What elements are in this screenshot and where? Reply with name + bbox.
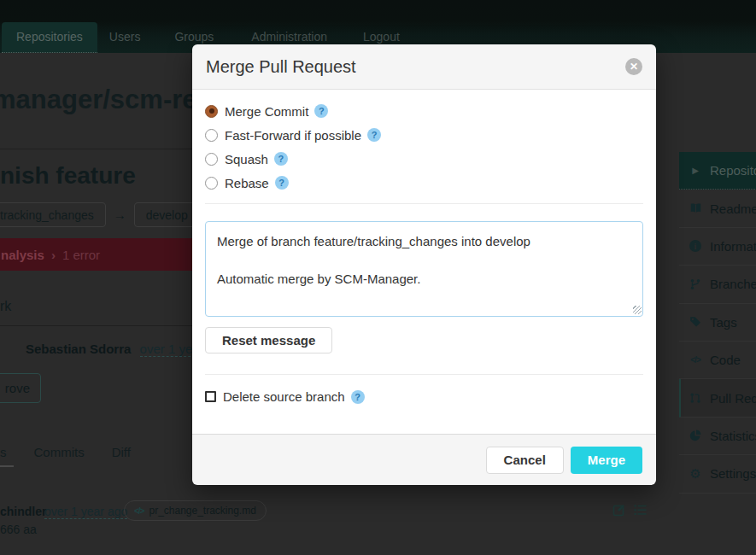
help-icon[interactable]: ? bbox=[367, 128, 381, 142]
radio-icon[interactable] bbox=[205, 177, 218, 190]
pull-request-icon bbox=[689, 392, 702, 404]
sidebar-item-label: Readme bbox=[710, 202, 756, 216]
repository-sidebar: ▶ Repositories Readme i Information Bran… bbox=[679, 152, 756, 494]
commit-timestamp: over 1 year ago bbox=[44, 505, 127, 519]
divider bbox=[205, 203, 643, 204]
radio-selected-icon[interactable] bbox=[205, 105, 218, 118]
sidebar-item-pull-requests[interactable]: Pull Requests bbox=[679, 379, 756, 417]
divider bbox=[0, 149, 192, 149]
branch-row: tracking_changes → develop bbox=[0, 202, 200, 227]
cancel-button[interactable]: Cancel bbox=[486, 447, 564, 474]
commit-author: chindler bbox=[0, 505, 46, 518]
radio-icon[interactable] bbox=[205, 153, 218, 166]
radio-option-squash[interactable]: Squash ? bbox=[205, 149, 643, 168]
sidebar-item-information[interactable]: i Information bbox=[679, 228, 756, 266]
resize-grip[interactable] bbox=[633, 306, 642, 314]
divider bbox=[205, 374, 643, 375]
sidebar-item-label: Information bbox=[710, 239, 756, 254]
sidebar-item-settings[interactable]: ⚙ Settings bbox=[679, 455, 756, 493]
pr-detail-tabs: s Commits Diff bbox=[0, 445, 158, 459]
pie-chart-icon bbox=[689, 429, 702, 441]
list-icon[interactable] bbox=[634, 504, 648, 517]
reviewer-name: Sebastian Sdorra bbox=[26, 342, 131, 356]
reset-message-button[interactable]: Reset message bbox=[205, 327, 332, 353]
radio-icon[interactable] bbox=[205, 129, 218, 142]
help-icon[interactable]: ? bbox=[314, 104, 328, 118]
divider bbox=[0, 325, 192, 326]
modal-body: Merge Commit ? Fast-Forward if possible … bbox=[192, 90, 656, 434]
commit-file-name: pr_change_tracking.md bbox=[149, 505, 255, 517]
target-branch-tag: develop bbox=[134, 202, 200, 227]
merge-pull-request-modal: Merge Pull Request ✕ Merge Commit ? Fast… bbox=[192, 44, 656, 485]
merge-button[interactable]: Merge bbox=[571, 447, 642, 474]
tab-commits[interactable]: Commits bbox=[34, 445, 85, 459]
edit-pencil-icon[interactable] bbox=[612, 503, 626, 517]
radio-label: Merge Commit bbox=[225, 104, 308, 119]
nav-tab-repositories[interactable]: Repositories bbox=[2, 22, 97, 53]
analysis-label: nalysis bbox=[1, 248, 44, 262]
code-icon: </> bbox=[134, 506, 144, 516]
close-icon[interactable]: ✕ bbox=[625, 58, 642, 75]
tab-diff[interactable]: Diff bbox=[112, 445, 131, 459]
book-icon bbox=[689, 202, 702, 214]
sidebar-item-label: Statistics bbox=[710, 429, 756, 443]
radio-option-merge-commit[interactable]: Merge Commit ? bbox=[205, 102, 643, 120]
chevron-right-icon: › bbox=[51, 248, 56, 262]
sidebar-item-repositories[interactable]: ▶ Repositories bbox=[679, 152, 756, 190]
active-tab-underline bbox=[0, 465, 14, 467]
sidebar-item-label: Tags bbox=[710, 315, 737, 330]
radio-label: Rebase bbox=[225, 176, 269, 190]
commit-file-tag[interactable]: </> pr_change_tracking.md bbox=[124, 500, 267, 521]
sidebar-item-label: Branches bbox=[710, 277, 756, 291]
branch-arrow-icon: → bbox=[114, 207, 126, 222]
radio-label: Fast-Forward if possible bbox=[225, 128, 361, 143]
approve-button[interactable]: rove bbox=[0, 373, 41, 403]
sidebar-item-code[interactable]: </> Code bbox=[679, 342, 756, 379]
analysis-error-bar[interactable]: nalysis › 1 error bbox=[0, 238, 192, 271]
source-branch-tag: tracking_changes bbox=[0, 202, 106, 227]
sidebar-item-readme[interactable]: Readme bbox=[679, 190, 756, 227]
gear-icon: ⚙ bbox=[689, 467, 702, 480]
analysis-error-count: 1 error bbox=[62, 248, 100, 262]
radio-label: Squash bbox=[225, 152, 268, 166]
screen: Repositories Users Groups Administration… bbox=[0, 0, 756, 555]
sidebar-item-branches[interactable]: Branches bbox=[679, 266, 756, 303]
tag-icon bbox=[689, 316, 702, 328]
help-icon[interactable]: ? bbox=[351, 390, 365, 404]
checkbox-label: Delete source branch bbox=[223, 389, 345, 404]
radio-option-fast-forward[interactable]: Fast-Forward if possible ? bbox=[205, 126, 643, 144]
radio-option-rebase[interactable]: Rebase ? bbox=[205, 173, 643, 192]
checkbox-icon[interactable] bbox=[205, 391, 216, 402]
delete-source-branch-option[interactable]: Delete source branch ? bbox=[205, 389, 643, 404]
tab-comments[interactable]: s bbox=[0, 445, 7, 459]
sidebar-item-label: Settings bbox=[710, 466, 756, 481]
help-icon[interactable]: ? bbox=[274, 152, 288, 166]
pull-request-title: nish feature bbox=[0, 162, 136, 190]
info-icon: i bbox=[689, 240, 702, 252]
sidebar-item-tags[interactable]: Tags bbox=[679, 304, 756, 342]
modal-title: Merge Pull Request bbox=[206, 57, 356, 77]
text-fragment: rk bbox=[0, 299, 11, 314]
caret-right-icon: ▶ bbox=[689, 166, 702, 175]
sidebar-item-label: Code bbox=[710, 353, 741, 367]
help-icon[interactable]: ? bbox=[275, 176, 289, 190]
branch-icon bbox=[689, 278, 702, 290]
nav-tab-users[interactable]: Users bbox=[97, 22, 153, 53]
sidebar-item-statistics[interactable]: Statistics bbox=[679, 418, 756, 455]
modal-header: Merge Pull Request ✕ bbox=[192, 44, 656, 90]
sidebar-item-label: Repositories bbox=[710, 163, 756, 178]
sidebar-item-label: Pull Requests bbox=[710, 391, 756, 406]
modal-footer: Cancel Merge bbox=[192, 434, 656, 485]
code-icon: </> bbox=[689, 355, 702, 365]
commit-hash: 666 aa bbox=[0, 523, 37, 536]
commit-message-textarea[interactable]: Merge of branch feature/tracking_changes… bbox=[205, 221, 643, 317]
